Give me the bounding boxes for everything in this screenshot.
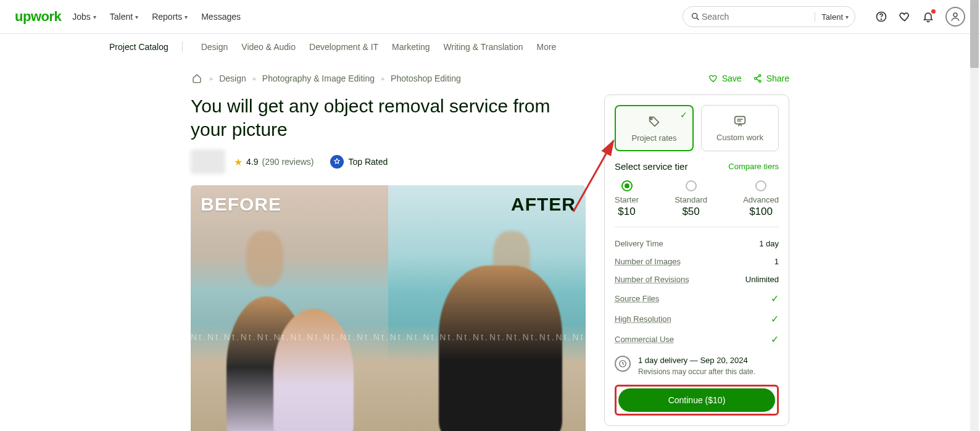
chevron-down-icon: ▾ <box>93 14 96 20</box>
svg-point-11 <box>650 118 652 120</box>
tab-rates-label: Project rates <box>632 133 677 143</box>
tab-custom-label: Custom work <box>716 133 763 142</box>
tier-name: Standard <box>675 195 707 204</box>
feat-delivery-k: Delivery Time <box>615 239 663 248</box>
feat-images-v: 1 <box>774 257 779 266</box>
subnav-writing[interactable]: Writing & Translation <box>444 42 523 52</box>
check-icon: ✓ <box>771 293 779 304</box>
subnav-design[interactable]: Design <box>201 42 228 52</box>
after-label: AFTER <box>511 194 576 215</box>
search-bar[interactable]: Talent▾ <box>683 6 855 27</box>
search-input[interactable] <box>702 12 811 22</box>
search-icon <box>689 10 702 23</box>
hero-image[interactable]: BEFORE AFTER Nt.Nt.Nt.Nt.Nt.Nt.Nt.Nt.Nt.… <box>191 185 586 431</box>
delivery-note: Revisions may occur after this date. <box>638 367 755 376</box>
svg-point-7 <box>758 80 760 82</box>
tab-custom-work[interactable]: Custom work <box>701 105 779 151</box>
compare-tiers-link[interactable]: Compare tiers <box>728 162 779 171</box>
check-icon: ✓ <box>771 333 779 345</box>
svg-line-1 <box>697 18 699 20</box>
feat-commercial-k[interactable]: Commercial Use <box>615 335 674 344</box>
scrollbar-thumb[interactable] <box>970 0 979 68</box>
feat-source-k[interactable]: Source Files <box>615 294 659 303</box>
bell-icon[interactable] <box>922 10 934 23</box>
help-icon[interactable] <box>875 10 887 23</box>
rating: ★ 4.9 (290 reviews) <box>234 156 314 168</box>
check-icon: ✓ <box>771 313 779 325</box>
pricing-card: ✓ Project rates Custom work Select servi… <box>604 94 789 426</box>
top-nav: Jobs▾ Talent▾ Reports▾ Messages <box>72 12 241 22</box>
divider <box>182 41 183 52</box>
breadcrumb: » Design » Photography & Image Editing »… <box>191 72 461 85</box>
reviews-count[interactable]: (290 reviews) <box>262 157 314 167</box>
heart-icon[interactable] <box>899 10 911 23</box>
tab-project-rates[interactable]: ✓ Project rates <box>615 105 694 151</box>
chat-icon <box>733 114 747 128</box>
nav-messages[interactable]: Messages <box>201 12 241 22</box>
subnav-video[interactable]: Video & Audio <box>241 42 296 52</box>
radio-on[interactable] <box>621 180 633 191</box>
cta-highlight: Continue ($10) <box>615 385 779 416</box>
nav-reports[interactable]: Reports▾ <box>152 12 188 22</box>
watermark: Nt.Nt.Nt.Nt.Nt.Nt.Nt.Nt.Nt.Nt.Nt.Nt.Nt.N… <box>191 332 586 342</box>
scrollbar[interactable] <box>970 0 979 431</box>
share-label: Share <box>766 73 789 83</box>
chevron-down-icon: ▾ <box>135 14 138 20</box>
crumb-photo[interactable]: Photography & Image Editing <box>262 73 375 83</box>
tier-price: $100 <box>743 206 779 218</box>
subnav-more[interactable]: More <box>536 42 556 52</box>
tier-advanced[interactable]: Advanced $100 <box>743 180 779 218</box>
tier-name: Advanced <box>743 195 779 204</box>
tier-price: $10 <box>615 206 639 218</box>
svg-point-0 <box>692 14 697 19</box>
tier-name: Starter <box>615 195 639 204</box>
feat-revisions-k[interactable]: Number of Revisions <box>615 275 689 284</box>
tag-icon <box>647 115 661 128</box>
radio-off[interactable] <box>686 180 697 191</box>
svg-point-5 <box>758 75 760 77</box>
delivery-line: 1 day delivery — Sep 20, 2024 <box>638 356 755 365</box>
continue-button[interactable]: Continue ($10) <box>618 388 775 412</box>
radio-off[interactable] <box>755 180 766 191</box>
select-tier-label: Select service tier <box>615 161 687 172</box>
rating-value: 4.9 <box>246 157 258 167</box>
svg-point-4 <box>953 13 957 17</box>
top-rated-badge: Top Rated <box>330 155 388 169</box>
svg-point-3 <box>881 19 882 20</box>
svg-line-9 <box>756 79 759 81</box>
clock-icon <box>615 356 631 372</box>
chevron-down-icon: ▾ <box>845 14 849 20</box>
star-icon: ★ <box>234 156 243 168</box>
breadcrumb-sep: » <box>252 75 256 82</box>
svg-rect-12 <box>735 117 745 124</box>
crumb-photoshop[interactable]: Photoshop Editing <box>391 73 461 83</box>
feat-delivery-v: 1 day <box>759 239 779 248</box>
search-scope[interactable]: Talent▾ <box>815 12 849 22</box>
top-rated-label: Top Rated <box>349 157 388 167</box>
breadcrumb-sep: » <box>381 75 384 82</box>
subnav-lead[interactable]: Project Catalog <box>109 42 168 52</box>
svg-line-8 <box>756 76 759 78</box>
crumb-design[interactable]: Design <box>219 73 246 83</box>
home-icon[interactable] <box>191 72 203 85</box>
check-icon: ✓ <box>680 110 687 120</box>
chevron-down-icon: ▾ <box>185 14 188 20</box>
nav-jobs[interactable]: Jobs▾ <box>72 12 96 22</box>
before-label: BEFORE <box>201 194 281 215</box>
subnav-marketing[interactable]: Marketing <box>392 42 430 52</box>
feat-images-k[interactable]: Number of Images <box>615 257 681 266</box>
save-button[interactable]: Save <box>708 73 742 83</box>
tier-standard[interactable]: Standard $50 <box>675 180 707 218</box>
author-thumb[interactable] <box>191 149 225 174</box>
share-button[interactable]: Share <box>753 73 789 83</box>
subnav-dev[interactable]: Development & IT <box>309 42 378 52</box>
tier-starter[interactable]: Starter $10 <box>615 180 639 218</box>
avatar[interactable] <box>945 7 965 27</box>
nav-talent[interactable]: Talent▾ <box>110 12 138 22</box>
breadcrumb-sep: » <box>209 75 213 82</box>
logo[interactable]: upwork <box>15 9 61 25</box>
tier-price: $50 <box>675 206 707 218</box>
save-label: Save <box>722 73 742 83</box>
feat-highres-k[interactable]: High Resolution <box>615 314 671 324</box>
page-title: You will get any object removal service … <box>191 94 586 141</box>
